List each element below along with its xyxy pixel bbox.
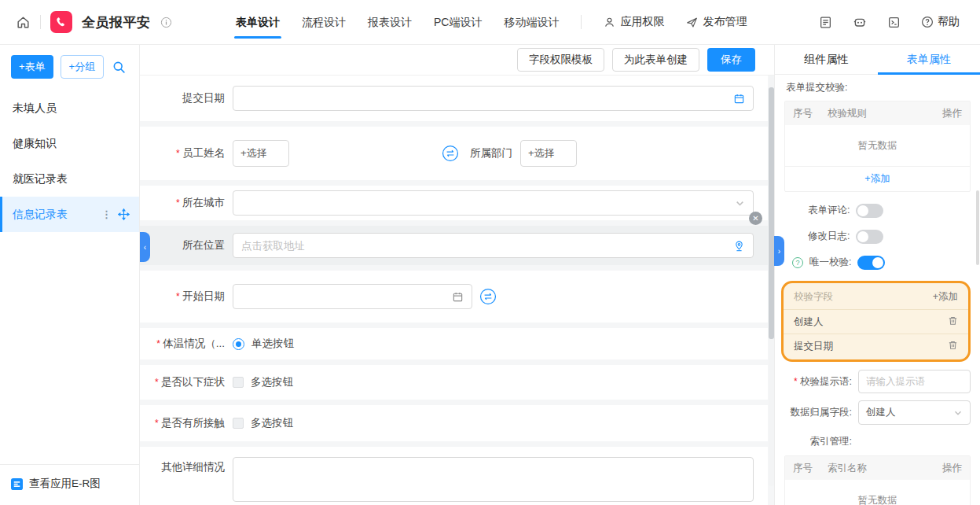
department-select-button[interactable]: +选择 (520, 140, 577, 167)
field-other-details[interactable]: 其他详细情况 (140, 447, 768, 505)
tab-component-props[interactable]: 组件属性 (775, 45, 878, 74)
field-city[interactable]: 所在城市 (140, 186, 768, 220)
field-symptoms[interactable]: 是否以下症状 多选按钮 (140, 365, 768, 400)
canvas-toolbar: 字段权限模板 为此表单创建 保存 (140, 45, 774, 76)
table-header: 序号 索引名称 操作 (785, 456, 970, 480)
tab-form-props[interactable]: 表单属性 (878, 45, 980, 74)
radio-checked-icon[interactable] (233, 338, 244, 350)
empty-state: 暂无数据 (785, 480, 970, 505)
checkbox-icon[interactable] (233, 377, 244, 388)
nav-tab-pc-design[interactable]: PC端设计 (434, 0, 482, 45)
toggle-label: 修改日志: (808, 230, 850, 243)
table-header: 序号 校验规则 操作 (785, 101, 970, 125)
collapse-right-panel-handle[interactable]: › (774, 236, 784, 266)
user-icon (604, 17, 615, 28)
location-input-wrap[interactable] (233, 233, 754, 258)
nav-tab-mobile-design[interactable]: 移动端设计 (504, 0, 559, 45)
help-button[interactable]: 帮助 (921, 15, 960, 29)
collapse-left-panel-handle[interactable]: ‹ (140, 232, 150, 262)
unique-validation-row: ? 唯一校验: (784, 249, 971, 275)
submit-date-input[interactable] (233, 86, 754, 111)
location-pin-icon[interactable] (733, 240, 745, 252)
app-permission-button[interactable]: 应用权限 (604, 15, 664, 29)
field-label: 体温情况（... (140, 337, 233, 351)
panel-scrollbar-thumb[interactable] (976, 190, 979, 265)
field-contact[interactable]: 是否有所接触 多选按钮 (140, 405, 768, 441)
form-comment-row: 表单评论: (784, 197, 971, 223)
question-circle-icon (921, 16, 934, 28)
sidebar-item-health[interactable]: 健康知识 (0, 126, 139, 161)
app-title: 全员报平安 (82, 13, 151, 31)
validation-rule-table: 序号 校验规则 操作 暂无数据 +添加 (784, 101, 971, 192)
more-icon[interactable]: ⋮ (100, 209, 113, 219)
move-icon[interactable] (118, 208, 130, 220)
nav-tab-flow-design[interactable]: 流程设计 (302, 0, 346, 45)
index-table: 序号 索引名称 操作 暂无数据 (784, 455, 971, 505)
control-label: 多选按钮 (251, 416, 293, 430)
validation-prompt-input[interactable] (866, 376, 963, 387)
calendar-icon[interactable] (733, 93, 745, 105)
sidebar-item-medical[interactable]: 就医记录表 (0, 161, 139, 197)
field-label: 所在位置 (140, 238, 233, 252)
view-er-diagram-link[interactable]: 查看应用E-R图 (0, 464, 139, 505)
add-validation-rule-button[interactable]: +添加 (785, 166, 970, 191)
checkbox-icon[interactable] (233, 418, 244, 429)
terminal-icon[interactable] (887, 16, 901, 29)
field-location-selected[interactable]: 所在位置 (140, 226, 768, 265)
index-manage-row: 索引管理: (784, 435, 971, 448)
modify-log-row: 修改日志: (784, 223, 971, 249)
app-logo (50, 11, 72, 33)
search-icon[interactable] (112, 61, 126, 74)
header-right: 帮助 (819, 15, 960, 29)
form-list: 未填人员 健康知识 就医记录表 信息记录表 ⋮ (0, 90, 139, 232)
canvas-scrollbar[interactable] (769, 76, 774, 486)
field-label: 开始日期 (140, 289, 233, 304)
index-manage-label: 索引管理: (784, 435, 858, 448)
publish-manage-button[interactable]: 发布管理 (686, 15, 747, 29)
swap-icon[interactable] (442, 145, 459, 162)
nav-tab-report-design[interactable]: 报表设计 (368, 0, 412, 45)
field-label: 是否有所接触 (140, 416, 233, 430)
field-employee-department[interactable]: 员工姓名 +选择 所属部门 +选择 (140, 127, 768, 180)
add-group-button[interactable]: +分组 (61, 55, 105, 79)
field-temperature[interactable]: 体温情况（... 单选按钮 (140, 328, 768, 359)
help-question-icon[interactable]: ? (792, 257, 803, 268)
body: +表单 +分组 未填人员 健康知识 就医记录表 信息记录表 (0, 45, 980, 505)
trash-icon[interactable] (948, 340, 958, 352)
calendar-icon[interactable] (452, 291, 464, 303)
toggle-label: 唯一校验: (809, 256, 851, 269)
chevron-down-icon (735, 198, 745, 208)
swap-icon[interactable] (479, 288, 497, 305)
prompt-input-wrap[interactable] (858, 370, 971, 393)
location-input[interactable] (241, 240, 733, 252)
form-list-icon[interactable] (819, 16, 832, 29)
modify-log-toggle[interactable] (856, 230, 883, 244)
divider (40, 15, 41, 29)
add-unique-field-button[interactable]: +添加 (933, 290, 958, 304)
scrollbar-thumb[interactable] (769, 87, 774, 339)
home-icon[interactable] (16, 15, 31, 30)
unique-fields-header: 校验字段 (794, 290, 833, 304)
info-icon[interactable] (160, 17, 172, 28)
validation-prompt-row: 校验提示语: (784, 370, 971, 393)
start-date-input[interactable] (233, 284, 472, 309)
robot-icon[interactable] (853, 15, 867, 29)
sidebar-item-unfilled[interactable]: 未填人员 (0, 90, 139, 126)
city-select[interactable] (233, 190, 754, 216)
employee-select-button[interactable]: +选择 (233, 140, 289, 167)
save-button[interactable]: 保存 (707, 48, 755, 72)
nav-tab-form-design[interactable]: 表单设计 (236, 0, 280, 45)
add-form-button[interactable]: +表单 (11, 55, 53, 79)
trash-icon[interactable] (948, 315, 958, 328)
data-owner-select[interactable]: 创建人 (858, 400, 971, 425)
field-submit-date[interactable]: 提交日期 (140, 76, 768, 121)
sidebar-item-info-record[interactable]: 信息记录表 ⋮ (0, 197, 139, 232)
field-permission-template-button[interactable]: 字段权限模板 (517, 48, 604, 72)
create-for-form-button[interactable]: 为此表单创建 (612, 48, 699, 72)
form-comment-toggle[interactable] (856, 204, 883, 218)
field-start-date[interactable]: 开始日期 (140, 271, 768, 323)
unique-validation-toggle[interactable] (857, 256, 885, 270)
chevron-down-icon (953, 408, 963, 418)
close-icon[interactable]: ✕ (749, 212, 762, 225)
other-details-textarea[interactable] (233, 457, 754, 502)
